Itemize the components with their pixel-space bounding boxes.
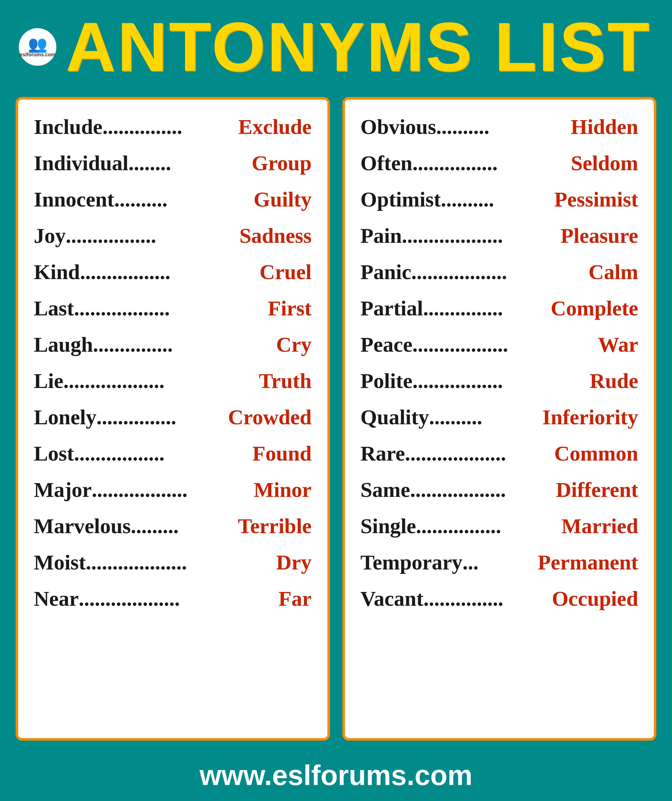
word-right: Found (253, 441, 312, 466)
logo-text: eslforums.com (20, 52, 55, 58)
word-right: War (598, 332, 638, 357)
word-right: Exclude (238, 114, 311, 139)
word-left: Major (34, 478, 92, 502)
table-row: Laugh...............Cry (34, 327, 312, 363)
table-row: Lie...................Truth (34, 363, 312, 399)
word-right: First (268, 296, 312, 321)
word-left: Last (34, 296, 74, 321)
word-left: Individual (34, 151, 128, 175)
table-row: Same..................Different (361, 472, 638, 508)
word-right: Guilty (253, 187, 311, 212)
word-left: Optimist (361, 187, 441, 212)
word-left: Obvious (361, 114, 436, 139)
dots: ................... (86, 550, 276, 575)
word-left: Temporary (361, 550, 463, 575)
table-row: Innocent..........Guilty (34, 182, 312, 218)
table-row: Include...............Exclude (34, 109, 312, 145)
word-right: Sadness (239, 224, 312, 248)
word-right: Pleasure (561, 224, 638, 248)
table-row: Pain...................Pleasure (361, 218, 638, 254)
table-row: Near...................Far (34, 581, 312, 617)
dots: ................... (405, 441, 554, 466)
dots: ................. (66, 224, 239, 248)
dots: ............... (424, 586, 552, 611)
dots: .......... (441, 187, 554, 212)
word-left: Near (34, 586, 79, 611)
dots: ......... (131, 514, 238, 539)
word-left: Often (361, 151, 413, 175)
dots: ................... (79, 586, 278, 611)
header: 👥 eslforums.com ANTONYMS LIST (0, 0, 672, 91)
word-right: Minor (253, 478, 311, 502)
word-right: Permanent (538, 550, 638, 575)
word-left: Quality (361, 405, 429, 429)
table-row: Obvious..........Hidden (361, 109, 638, 145)
word-right: Crowded (228, 405, 312, 429)
dots: ................. (74, 441, 252, 466)
dots: ............... (97, 405, 228, 429)
word-left: Partial (361, 296, 423, 321)
table-row: Partial...............Complete (361, 290, 638, 327)
word-right: Common (554, 441, 638, 466)
dots: .......... (436, 114, 570, 139)
word-left: Lie (34, 368, 63, 393)
word-right: Cry (276, 332, 311, 357)
table-row: Moist...................Dry (34, 544, 312, 581)
word-left: Pain (361, 224, 402, 248)
dots: ............... (93, 332, 276, 357)
table-row: Kind.................Cruel (34, 254, 312, 290)
right-column: Obvious..........Hidden Often...........… (342, 97, 657, 741)
table-row: Single................Married (361, 508, 638, 544)
table-row: Optimist..........Pessimist (361, 182, 638, 218)
word-left: Joy (34, 224, 66, 248)
table-row: Temporary...Permanent (361, 544, 638, 581)
dots: ................... (402, 224, 561, 248)
table-row: Lost.................Found (34, 436, 312, 472)
dots: ............... (102, 114, 238, 139)
table-row: Often................Seldom (361, 145, 638, 182)
table-row: Last..................First (34, 290, 312, 327)
table-row: Peace..................War (361, 327, 638, 363)
word-right: Truth (259, 368, 312, 393)
word-right: Far (279, 586, 312, 611)
dots: .................. (411, 260, 588, 285)
page-title: ANTONYMS LIST (66, 13, 651, 81)
table-row: Rare...................Common (361, 436, 638, 472)
word-left: Peace (361, 332, 413, 357)
content-area: Include...............Exclude Individual… (0, 91, 672, 750)
word-right: Occupied (552, 586, 638, 611)
dots: ............... (423, 296, 551, 321)
table-row: Vacant...............Occupied (361, 581, 638, 617)
dots: ... (463, 550, 538, 575)
dots: .................. (74, 296, 268, 321)
logo: 👥 eslforums.com (19, 28, 56, 66)
word-left: Polite (361, 368, 413, 393)
dots: ................... (63, 368, 258, 393)
word-right: Rude (590, 368, 638, 393)
word-right: Group (251, 151, 311, 175)
dots: .......... (429, 405, 542, 429)
table-row: Polite.................Rude (361, 363, 638, 399)
dots: ................ (413, 151, 571, 175)
word-left: Laugh (34, 332, 93, 357)
word-left: Same (361, 478, 410, 502)
word-right: Different (556, 478, 638, 502)
word-right: Inferiority (542, 405, 638, 429)
word-left: Moist (34, 550, 86, 575)
table-row: Individual........Group (34, 145, 312, 182)
footer-text: www.eslforums.com (200, 760, 473, 791)
dots: ................. (80, 260, 259, 285)
dots: .................. (410, 478, 556, 502)
word-left: Innocent (34, 187, 114, 212)
word-left: Lonely (34, 405, 97, 429)
table-row: Major..................Minor (34, 472, 312, 508)
word-right: Cruel (259, 260, 311, 285)
word-right: Seldom (571, 151, 638, 175)
table-row: Quality..........Inferiority (361, 399, 638, 436)
table-row: Joy.................Sadness (34, 218, 312, 254)
word-right: Terrible (238, 514, 311, 539)
word-left: Kind (34, 260, 80, 285)
word-left: Include (34, 114, 102, 139)
word-left: Rare (361, 441, 405, 466)
table-row: Marvelous.........Terrible (34, 508, 312, 544)
